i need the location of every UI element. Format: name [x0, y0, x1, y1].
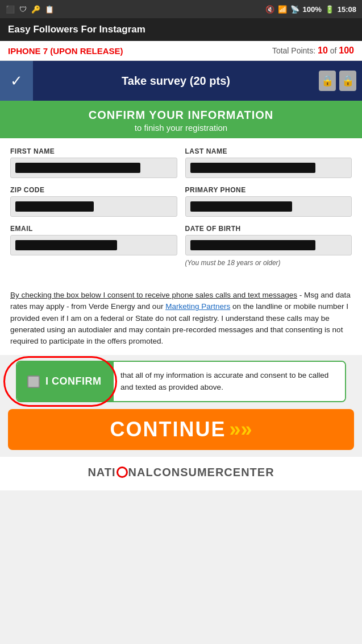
zip-code-input[interactable]: [10, 196, 177, 217]
survey-locks: 🔒 🔒: [319, 71, 362, 91]
dob-label: DATE OF BIRTH: [185, 225, 352, 233]
dob-group: DATE OF BIRTH (You must be 18 years or o…: [185, 225, 352, 267]
confirm-header-subtitle: to finish your registration: [6, 123, 356, 133]
survey-check-icon: ✓: [0, 61, 33, 101]
email-dob-row: EMAIL DATE OF BIRTH (You must be 18 year…: [10, 225, 352, 267]
first-name-input[interactable]: [10, 158, 177, 178]
last-name-redacted: [190, 163, 315, 173]
email-label: EMAIL: [10, 225, 177, 233]
continue-arrows: »»: [229, 418, 252, 441]
screenshot-icon: ⬛: [6, 5, 15, 14]
first-name-label: FIRST NAME: [10, 147, 177, 155]
consent-link-text[interactable]: By checking the box below I consent to r…: [10, 291, 297, 299]
dob-input[interactable]: [185, 235, 352, 255]
prize-bar: IPHONE 7 (UPON RELEASE) Total Points: 10…: [0, 41, 362, 61]
name-row: FIRST NAME LAST NAME: [10, 147, 352, 178]
continue-label: CONTINUE: [110, 418, 226, 441]
status-bar: ⬛ 🛡 🔑 📋 🔇 📶 📡 100% 🔋 15:08: [0, 0, 362, 18]
confirm-header-title: CONFIRM YOUR INFORMATION: [6, 109, 356, 122]
mute-icon: 🔇: [265, 5, 274, 14]
lock-icon-1: 🔒: [319, 71, 336, 91]
last-name-group: LAST NAME: [185, 147, 352, 178]
first-name-redacted: [15, 163, 140, 173]
first-name-group: FIRST NAME: [10, 147, 177, 178]
points-total: 100: [339, 46, 354, 55]
dob-redacted: [190, 240, 315, 250]
last-name-label: LAST NAME: [185, 147, 352, 155]
battery-icon: 🔋: [325, 5, 334, 14]
wifi-icon: 📶: [278, 5, 287, 14]
app-title: Easy Followers For Instagram: [8, 24, 145, 35]
form-section: FIRST NAME LAST NAME ZIP CODE PRIMARY PH…: [0, 138, 362, 284]
zip-redacted: [15, 201, 94, 212]
clock: 15:08: [338, 5, 356, 14]
phone-input[interactable]: [185, 196, 352, 217]
phone-group: PRIMARY PHONE: [185, 186, 352, 217]
logo-nal: NALCONSUMERCENTER: [128, 466, 274, 478]
points-current: 10: [318, 46, 328, 55]
footer-logo: NATINALCONSUMERCENTER: [0, 466, 362, 479]
zip-code-label: ZIP CODE: [10, 186, 177, 194]
status-right: 🔇 📶 📡 100% 🔋 15:08: [265, 5, 357, 14]
key-icon: 🔑: [31, 5, 40, 14]
points-display: Total Points: 10 of 100: [272, 46, 354, 56]
zip-code-group: ZIP CODE: [10, 186, 177, 217]
survey-label: Take survey (20 pts): [122, 75, 230, 87]
email-input[interactable]: [10, 235, 177, 255]
footer: NATINALCONSUMERCENTER: [0, 457, 362, 490]
app-header: Easy Followers For Instagram: [0, 18, 362, 41]
confirm-button[interactable]: I CONFIRM: [17, 362, 114, 401]
email-redacted: [15, 240, 117, 250]
survey-text-wrap: Take survey (20 pts): [33, 75, 319, 88]
lock-icon-2: 🔒: [339, 71, 356, 91]
last-name-input[interactable]: [185, 158, 352, 178]
zip-phone-row: ZIP CODE PRIMARY PHONE: [10, 186, 352, 217]
points-of: of: [330, 46, 337, 55]
dob-note: (You must be 18 years or older): [185, 259, 352, 267]
confirm-area: I CONFIRM that all of my information is …: [8, 361, 354, 402]
signal-icon: 📡: [290, 5, 299, 14]
confirm-checkbox[interactable]: [27, 375, 40, 388]
email-group: EMAIL: [10, 225, 177, 267]
confirm-description: that all of my information is accurate a…: [114, 362, 345, 401]
logo-circle-o: [116, 467, 128, 478]
prize-title: IPHONE 7 (UPON RELEASE): [8, 46, 123, 56]
confirm-btn-label: I CONFIRM: [45, 375, 102, 387]
logo-nati: NATI: [88, 466, 115, 478]
status-icons: ⬛ 🛡 🔑 📋: [6, 5, 54, 14]
marketing-partners-link[interactable]: Marketing Partners: [165, 302, 230, 311]
survey-banner[interactable]: ✓ Take survey (20 pts) 🔒 🔒: [0, 61, 362, 101]
continue-button[interactable]: CONTINUE »»: [8, 409, 354, 450]
confirm-box[interactable]: I CONFIRM that all of my information is …: [16, 361, 346, 402]
consent-section: By checking the box below I consent to r…: [0, 284, 362, 355]
phone-redacted: [190, 201, 292, 212]
battery-percent: 100%: [303, 5, 322, 14]
sim-icon: 📋: [45, 5, 54, 14]
points-label: Total Points:: [272, 46, 315, 55]
phone-label: PRIMARY PHONE: [185, 186, 352, 194]
shield-icon: 🛡: [19, 5, 27, 14]
confirm-header: CONFIRM YOUR INFORMATION to finish your …: [0, 101, 362, 138]
